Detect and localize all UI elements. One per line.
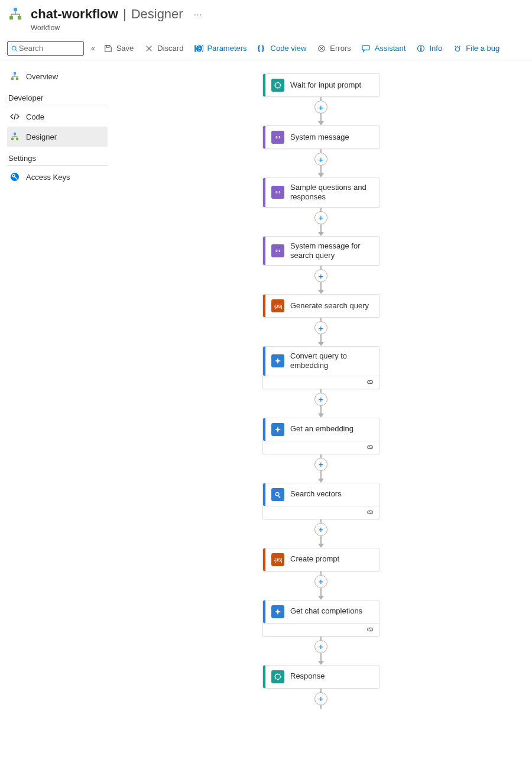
toolbar: « Save Discard [@] Parameters { } Code v… [0,37,532,60]
arrow-icon [318,290,324,294]
compose-icon [271,244,284,257]
arrow-icon [318,173,324,177]
add-step-button[interactable]: + [314,692,327,705]
svg-text:[@]: [@] [194,45,203,51]
add-step-button[interactable]: + [314,523,327,536]
workflow-node[interactable]: Get chat completions [262,600,379,637]
svg-rect-16 [16,78,18,80]
node-footer [263,623,379,636]
link-icon [366,378,374,386]
link-icon [366,508,374,516]
connector: + [314,689,327,709]
search-input-wrapper[interactable] [7,41,84,56]
code-view-button[interactable]: { } Code view [258,44,307,53]
node-label: Wait for input prompt [290,80,361,90]
connector: + [314,454,327,483]
svg-point-28 [276,492,278,495]
workflow-node[interactable]: System message [262,125,379,149]
more-menu[interactable]: ··· [194,9,203,19]
js-icon: {JS} [271,299,284,312]
svg-rect-1 [9,16,13,20]
add-step-button[interactable]: + [314,575,327,588]
page-header: chat-workflow | Designer ··· [0,0,532,25]
connector: + [314,571,327,600]
bug-icon [453,44,462,53]
request-icon [271,79,284,92]
workflow-node[interactable]: Search vectors [262,483,379,519]
svg-point-25 [277,250,278,251]
sidebar-item-designer[interactable]: Designer [7,127,108,147]
add-step-button[interactable]: + [314,101,327,114]
workflow-node[interactable]: Response [262,665,379,689]
code-icon [9,111,20,122]
workflow-node[interactable]: Sample questions and responses [262,177,379,208]
connector: + [314,318,327,346]
add-step-button[interactable]: + [314,393,327,406]
sidebar-divider [7,165,108,166]
svg-point-3 [12,46,16,50]
sidebar-group-settings: Settings [8,154,108,163]
compose-icon [271,131,284,144]
arrow-icon [318,661,324,665]
add-step-button[interactable]: + [314,211,327,224]
info-button[interactable]: Info [416,44,442,53]
workflow-node[interactable]: {JS}Create prompt [262,548,379,571]
connector: + [314,97,327,125]
svg-text:{JS}: {JS} [274,557,282,562]
node-label: Get an embedding [290,424,353,434]
file-bug-button[interactable]: File a bug [453,44,499,53]
svg-rect-29 [278,496,281,498]
node-footer [263,506,379,519]
sidebar-item-code[interactable]: Code [7,106,108,127]
title-separator: | [123,7,126,22]
workflow-node[interactable]: Wait for input prompt [262,73,379,97]
add-step-button[interactable]: + [314,269,327,282]
svg-text:{JS}: {JS} [274,304,282,309]
workflow-node[interactable]: Convert query to embedding [262,346,379,389]
workflow-node[interactable]: System message for search query [262,236,379,266]
overview-icon [9,71,20,82]
designer-canvas[interactable]: Wait for input prompt+System message+Sam… [110,60,532,726]
page-title: chat-workflow [31,7,118,22]
sidebar-item-access-keys[interactable]: Access Keys [7,167,108,187]
node-label: Convert query to embedding [290,351,373,371]
errors-button[interactable]: Errors [317,44,351,53]
arrow-icon [318,414,324,418]
parameters-icon: [@] [194,44,203,53]
connector: + [314,208,327,236]
collapse-sidebar-button[interactable]: « [91,44,95,53]
sidebar-item-overview[interactable]: Overview [7,66,108,86]
arrow-icon [318,544,324,548]
sidebar-divider [7,105,108,105]
node-footer [263,376,379,389]
link-icon [366,625,374,634]
arrow-icon [318,342,324,346]
search-input[interactable] [18,43,80,53]
discard-icon [144,44,154,53]
connector: + [314,266,327,294]
link-icon [366,443,374,451]
node-label: Get chat completions [290,606,362,616]
assistant-button[interactable]: Assistant [362,44,406,53]
svg-point-11 [421,46,422,47]
parameters-button[interactable]: [@] Parameters [194,44,246,53]
add-step-button[interactable]: + [314,458,327,471]
svg-rect-12 [421,48,421,50]
sidebar: Overview Developer Code Designer Setting… [0,60,110,726]
svg-rect-2 [18,16,21,20]
discard-button[interactable]: Discard [144,44,183,53]
svg-point-24 [277,192,278,193]
workflow-node[interactable]: {JS}Generate search query [262,294,379,318]
search-icon [271,488,284,501]
svg-rect-5 [106,45,109,47]
add-step-button[interactable]: + [314,321,327,334]
connector: + [314,519,327,548]
add-step-button[interactable]: + [314,153,327,166]
sparkle-icon [271,423,284,436]
save-button[interactable]: Save [103,44,134,53]
svg-point-13 [456,47,460,51]
svg-rect-15 [11,78,14,80]
workflow-node[interactable]: Get an embedding [262,418,379,454]
add-step-button[interactable]: + [314,640,327,653]
request-icon [271,670,284,683]
